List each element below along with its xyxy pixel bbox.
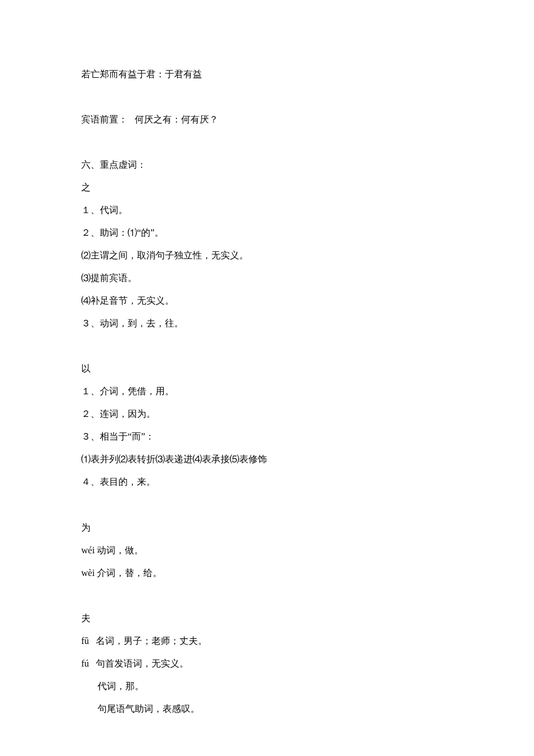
blank-line (81, 131, 453, 153)
text-line: 以 (81, 357, 453, 380)
text-line: ４、表目的，来。 (81, 470, 453, 493)
text-line: 宾语前置： 何厌之有：何有厌？ (81, 108, 453, 131)
text-line: 之 (81, 176, 453, 199)
blank-line (81, 85, 453, 108)
text-line: 代词，那。 (81, 675, 453, 697)
text-line: ⑴表并列⑵表转折⑶表递进⑷表承接⑸表修饰 (81, 448, 453, 470)
blank-line (81, 584, 453, 607)
text-line: ２、连词，因为。 (81, 402, 453, 425)
text-line: 夫 (81, 607, 453, 629)
text-line: 若亡郑而有益于君：于君有益 (81, 63, 453, 85)
text-line: wèi 介词，替，给。 (81, 561, 453, 584)
text-line: １、代词。 (81, 199, 453, 221)
text-line: ⑶提前宾语。 (81, 267, 453, 289)
text-line: 为 (81, 516, 453, 539)
blank-line (81, 334, 453, 357)
text-line: ２、助词：⑴“的”。 (81, 221, 453, 244)
text-line: wéi 动词，做。 (81, 539, 453, 561)
text-line: fū 名词，男子；老师；丈夫。 (81, 629, 453, 652)
blank-line (81, 494, 453, 516)
text-line: ３、相当于“而”： (81, 425, 453, 448)
text-line: ⑵主谓之间，取消句子独立性，无实义。 (81, 244, 453, 267)
text-line: ３、动词，到，去，往。 (81, 312, 453, 334)
text-line: 句尾语气助词，表感叹。 (81, 697, 453, 720)
text-line: ⑷补足音节，无实义。 (81, 289, 453, 312)
section-heading: 六、重点虚词： (81, 153, 453, 176)
text-line: fú 句首发语词，无实义。 (81, 652, 453, 675)
document-page: 若亡郑而有益于君：于君有益 宾语前置： 何厌之有：何有厌？ 六、重点虚词： 之 … (0, 0, 534, 756)
text-line: １、介词，凭借，用。 (81, 380, 453, 402)
